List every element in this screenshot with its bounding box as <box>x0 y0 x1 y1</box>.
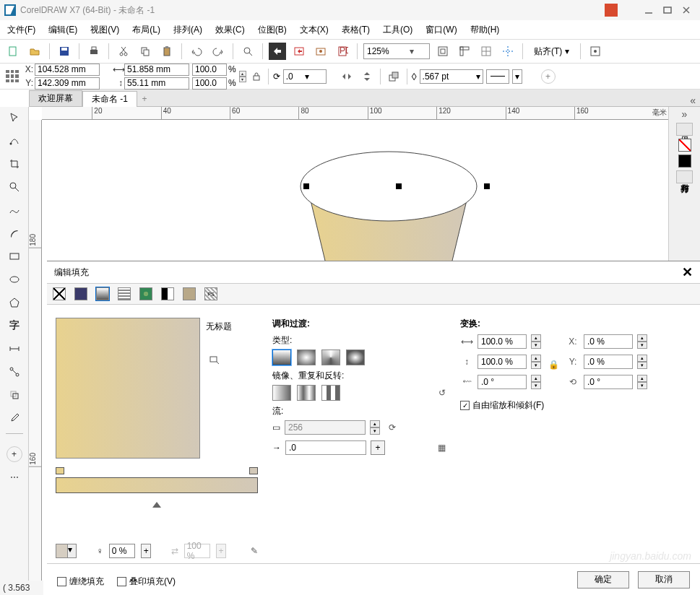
spin[interactable]: ▴▾ <box>637 375 647 389</box>
publish-pdf-icon[interactable]: PDF <box>334 43 351 60</box>
import-icon[interactable] <box>269 43 286 60</box>
connector-tool-icon[interactable] <box>7 364 22 380</box>
menu-table[interactable]: 表格(T) <box>342 24 370 36</box>
gradient-slider[interactable] <box>56 467 258 508</box>
fill-rotate-input[interactable]: .0 ° <box>584 375 633 389</box>
to-front-icon[interactable] <box>385 68 402 85</box>
gradient-stop-end[interactable] <box>249 467 258 474</box>
close-button[interactable] <box>677 3 696 17</box>
more-tools-icon[interactable]: ⋯ <box>7 469 22 485</box>
fill-skew-input[interactable]: .0 ° <box>478 375 527 389</box>
color-swatch-black[interactable] <box>678 155 691 168</box>
opacity-input[interactable]: 0 % <box>109 544 136 558</box>
menu-view[interactable]: 视图(V) <box>90 24 119 36</box>
selection-handle[interactable] <box>396 183 402 189</box>
dimension-tool-icon[interactable] <box>7 341 22 357</box>
no-fill-icon[interactable] <box>53 287 66 300</box>
repeat-mirror-button[interactable] <box>297 385 316 401</box>
print-icon[interactable] <box>85 43 103 60</box>
spin[interactable]: ▴▾ <box>637 334 647 349</box>
ellipse-tool-icon[interactable] <box>7 272 22 287</box>
crop-tool-icon[interactable] <box>7 156 22 172</box>
link-accel-icon[interactable]: ▦ <box>438 443 446 453</box>
uniform-fill-icon[interactable] <box>74 287 87 300</box>
two-color-pattern-icon[interactable] <box>161 287 174 300</box>
spin[interactable]: ▴▾ <box>531 334 541 349</box>
lock-transform-icon[interactable]: 🔒 <box>548 360 559 370</box>
text-tool-icon[interactable]: 字 <box>7 318 22 334</box>
close-panel-icon[interactable]: « <box>686 95 700 106</box>
pick-tool-icon[interactable] <box>7 110 22 126</box>
grid-icon[interactable] <box>478 43 495 60</box>
freehand-tool-icon[interactable] <box>7 202 22 218</box>
fountain-fill-icon[interactable] <box>96 287 109 300</box>
spin[interactable]: ▴▾ <box>531 375 541 389</box>
cut-icon[interactable] <box>115 43 132 60</box>
pattern-fill-icon[interactable] <box>118 287 131 300</box>
shape-tool-icon[interactable] <box>7 133 22 149</box>
scale-spinner[interactable]: ▴▾ <box>239 71 246 82</box>
fill-width-input[interactable]: 100.0 % <box>478 334 527 349</box>
square-gradient-button[interactable] <box>346 349 365 365</box>
menu-effects[interactable]: 效果(C) <box>215 24 245 36</box>
menu-tools[interactable]: 工具(O) <box>383 24 412 36</box>
height-input[interactable]: 55.11 mm <box>124 77 189 90</box>
wrap-fill-checkbox[interactable]: 缠绕填充 <box>57 576 104 588</box>
vertical-ruler[interactable]: 180 160 <box>29 120 42 595</box>
width-input[interactable]: 51.858 mm <box>124 64 189 76</box>
repeat-direct-button[interactable] <box>321 385 340 401</box>
accel-picker-icon[interactable]: + <box>371 440 385 455</box>
line-style-dropdown[interactable]: ▾ <box>512 69 522 84</box>
rectangle-tool-icon[interactable] <box>7 248 22 264</box>
menu-help[interactable]: 帮助(H) <box>470 24 500 36</box>
node-tool-icon[interactable]: ✎ <box>251 546 258 556</box>
copy-icon[interactable] <box>137 43 154 60</box>
line-style-combo[interactable] <box>486 69 509 84</box>
acceleration-input[interactable]: .0 <box>285 440 366 455</box>
effects-tool-icon[interactable] <box>7 387 22 403</box>
zoom-tool-icon[interactable] <box>7 179 22 195</box>
selection-handle[interactable] <box>484 183 490 189</box>
menu-file[interactable]: 文件(F) <box>7 24 35 36</box>
rotation-input[interactable]: .0▾ <box>283 69 327 84</box>
midpoint-handle[interactable] <box>152 502 161 508</box>
texture-fill-icon[interactable] <box>183 287 196 300</box>
menu-window[interactable]: 窗口(W) <box>425 24 457 36</box>
fullscreen-icon[interactable] <box>434 43 451 60</box>
scale-y-input[interactable]: 100.0 <box>192 77 227 90</box>
radial-gradient-button[interactable] <box>297 349 316 365</box>
fill-y-input[interactable]: .0 % <box>584 355 633 369</box>
color-swatch-none[interactable] <box>678 139 691 152</box>
opacity-picker-icon[interactable]: + <box>141 544 151 558</box>
x-position-input[interactable]: 104.528 mm <box>35 64 100 76</box>
add-preset-icon[interactable]: + <box>541 69 556 84</box>
lock-ratio-icon[interactable] <box>249 69 264 84</box>
gradient-bar[interactable] <box>56 477 258 493</box>
postscript-fill-icon[interactable]: PS <box>204 287 217 300</box>
bitmap-pattern-icon[interactable] <box>139 287 152 300</box>
new-doc-icon[interactable] <box>4 43 22 60</box>
search-icon[interactable] <box>239 43 256 60</box>
reverse-icon[interactable]: ↺ <box>438 388 446 398</box>
spin[interactable]: ▴▾ <box>531 355 541 369</box>
menu-text[interactable]: 文本(X) <box>300 24 329 36</box>
export-icon[interactable] <box>290 43 308 60</box>
y-position-input[interactable]: 142.309 mm <box>35 77 100 90</box>
options-icon[interactable] <box>587 43 604 60</box>
expand-toolbox-icon[interactable]: + <box>7 446 22 462</box>
undo-icon[interactable] <box>188 43 205 60</box>
overprint-fill-checkbox[interactable]: 叠印填充(V) <box>117 576 176 588</box>
origin-selector[interactable] <box>4 69 20 84</box>
tab-document[interactable]: 未命名 -1 <box>82 91 137 107</box>
user-avatar[interactable] <box>605 4 618 17</box>
menu-arrange[interactable]: 排列(A) <box>173 24 202 36</box>
menu-edit[interactable]: 编辑(E) <box>48 24 77 36</box>
repeat-default-button[interactable] <box>272 385 291 401</box>
eyedropper-tool-icon[interactable] <box>7 410 22 426</box>
fill-height-input[interactable]: 100.0 % <box>478 355 527 369</box>
horizontal-ruler[interactable]: 20 40 60 80 100 120 140 160 毫米 <box>42 107 668 120</box>
add-tab-button[interactable]: + <box>137 92 152 106</box>
snap-dropdown[interactable]: 贴齐(T)▾ <box>529 43 574 59</box>
node-color-picker[interactable]: ▾ <box>56 544 77 558</box>
gradient-stop-start[interactable] <box>56 467 64 474</box>
